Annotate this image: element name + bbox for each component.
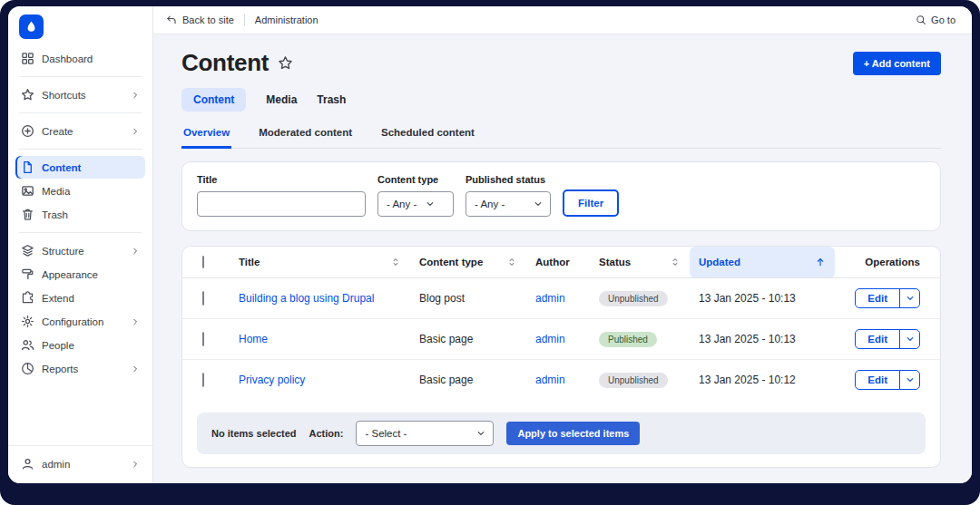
sidebar-divider <box>19 232 142 233</box>
star-icon <box>21 88 34 102</box>
sidebar-item-content[interactable]: Content <box>15 156 145 179</box>
content-type-select[interactable]: - Any - <box>377 191 454 217</box>
primary-tabs: Content Media Trash <box>181 88 941 112</box>
people-icon <box>21 338 34 352</box>
column-label: Status <box>599 257 631 267</box>
filter-button[interactable]: Filter <box>563 189 619 217</box>
chevron-down-icon <box>906 335 915 344</box>
sidebar-footer: admin <box>8 445 152 483</box>
chevron-right-icon <box>131 460 140 469</box>
puzzle-icon <box>21 291 34 305</box>
published-status-filter-label: Published status <box>466 174 551 185</box>
sidebar-item-media[interactable]: Media <box>15 180 145 202</box>
tab-scheduled-content[interactable]: Scheduled content <box>379 119 476 149</box>
filter-content-type-group: Content type - Any - <box>377 174 454 217</box>
goto-label: Go to <box>931 15 956 25</box>
column-label: Content type <box>419 257 483 267</box>
chevron-right-icon <box>131 127 140 136</box>
no-items-selected-label: No items selected <box>211 428 297 439</box>
topbar-divider <box>244 14 245 26</box>
add-content-button[interactable]: + Add content <box>853 52 941 75</box>
sidebar-item-reports[interactable]: Reports <box>15 357 145 380</box>
column-header-title[interactable]: Title <box>230 247 410 278</box>
content-title-link[interactable]: Building a blog using Drupal <box>239 292 374 305</box>
goto-search[interactable]: Go to <box>916 15 956 25</box>
filters-panel: Title Content type - Any - Published sta… <box>181 161 941 231</box>
page-header: Content + Add content <box>181 49 941 77</box>
favorite-star-icon[interactable] <box>278 55 293 71</box>
content-title-link[interactable]: Privacy policy <box>239 374 305 386</box>
sidebar-item-people[interactable]: People <box>15 334 145 356</box>
edit-button[interactable]: Edit <box>856 371 899 389</box>
sidebar-item-label: Dashboard <box>42 53 93 64</box>
bulk-actions-bar: No items selected Action: - Select - App… <box>197 413 926 454</box>
sidebar-item-label: Configuration <box>42 316 103 327</box>
sort-icon <box>390 257 401 267</box>
column-header-status[interactable]: Status <box>590 247 690 278</box>
back-to-site-label: Back to site <box>182 15 234 25</box>
sidebar-item-configuration[interactable]: Configuration <box>15 310 145 333</box>
edit-button[interactable]: Edit <box>856 289 899 307</box>
title-filter-input[interactable] <box>197 191 366 217</box>
column-header-updated[interactable]: Updated <box>690 247 835 278</box>
apply-to-selected-button[interactable]: Apply to selected items <box>506 422 640 445</box>
edit-dropdown-toggle[interactable] <box>899 330 919 348</box>
row-checkbox[interactable] <box>202 373 204 387</box>
sidebar-item-shortcuts[interactable]: Shortcuts <box>15 83 145 106</box>
sidebar-item-label: Appearance <box>42 269 98 280</box>
tab-moderated-content[interactable]: Moderated content <box>257 119 354 149</box>
tab-media[interactable]: Media <box>266 88 297 112</box>
sort-icon <box>506 257 517 267</box>
edit-button[interactable]: Edit <box>856 330 899 348</box>
plus-circle-icon <box>21 124 34 138</box>
sort-icon <box>670 257 681 267</box>
row-checkbox[interactable] <box>202 291 204 306</box>
column-header-content-type[interactable]: Content type <box>410 247 526 278</box>
sidebar-item-label: Shortcuts <box>42 90 86 101</box>
author-link[interactable]: admin <box>535 333 565 345</box>
status-badge: Published <box>599 332 657 347</box>
column-label: Title <box>239 257 260 267</box>
sidebar-item-label: Create <box>42 126 74 137</box>
content-type-cell: Basic page <box>410 319 526 360</box>
content-title-link[interactable]: Home <box>239 333 268 345</box>
author-link[interactable]: admin <box>535 374 565 386</box>
sidebar-item-dashboard[interactable]: Dashboard <box>15 47 145 70</box>
sidebar-item-trash[interactable]: Trash <box>15 203 145 226</box>
column-header-author[interactable]: Author <box>526 247 590 278</box>
sidebar-item-appearance[interactable]: Appearance <box>15 263 145 286</box>
edit-dropdown-toggle[interactable] <box>899 371 919 389</box>
drupal-logo[interactable] <box>19 15 44 39</box>
chevron-down-icon <box>906 375 915 384</box>
sidebar-item-label: People <box>42 340 74 351</box>
sidebar-item-structure[interactable]: Structure <box>15 239 145 262</box>
sidebar-item-create[interactable]: Create <box>15 120 145 142</box>
sidebar-item-label: Reports <box>42 364 78 374</box>
action-select[interactable]: - Select - <box>356 421 494 446</box>
chevron-right-icon <box>131 247 140 256</box>
edit-split-button: Edit <box>855 288 920 308</box>
chevron-right-icon <box>131 317 140 326</box>
row-checkbox[interactable] <box>202 332 204 346</box>
select-all-checkbox[interactable] <box>202 256 204 268</box>
back-to-site-link[interactable]: Back to site <box>166 15 234 25</box>
sidebar-divider <box>19 112 142 113</box>
sidebar-item-extend[interactable]: Extend <box>15 286 145 309</box>
edit-dropdown-toggle[interactable] <box>899 289 919 307</box>
sidebar-footer-label: admin <box>42 459 70 470</box>
tab-trash[interactable]: Trash <box>317 88 346 112</box>
back-arrow-icon <box>166 15 177 25</box>
filter-title-group: Title <box>197 174 366 217</box>
gear-icon <box>21 315 34 328</box>
updated-cell: 13 Jan 2025 - 10:12 <box>690 360 835 401</box>
chevron-down-icon <box>476 429 485 438</box>
published-status-select[interactable]: - Any - <box>466 191 551 217</box>
author-link[interactable]: admin <box>535 292 565 305</box>
layers-icon <box>21 244 34 257</box>
tab-overview[interactable]: Overview <box>181 119 231 149</box>
sidebar-item-admin-user[interactable]: admin <box>15 452 145 475</box>
chevron-right-icon <box>131 364 140 374</box>
table-row: Home Basic page admin Published 13 Jan 2… <box>182 319 940 360</box>
tab-content[interactable]: Content <box>181 88 246 112</box>
breadcrumb[interactable]: Administration <box>255 15 318 25</box>
